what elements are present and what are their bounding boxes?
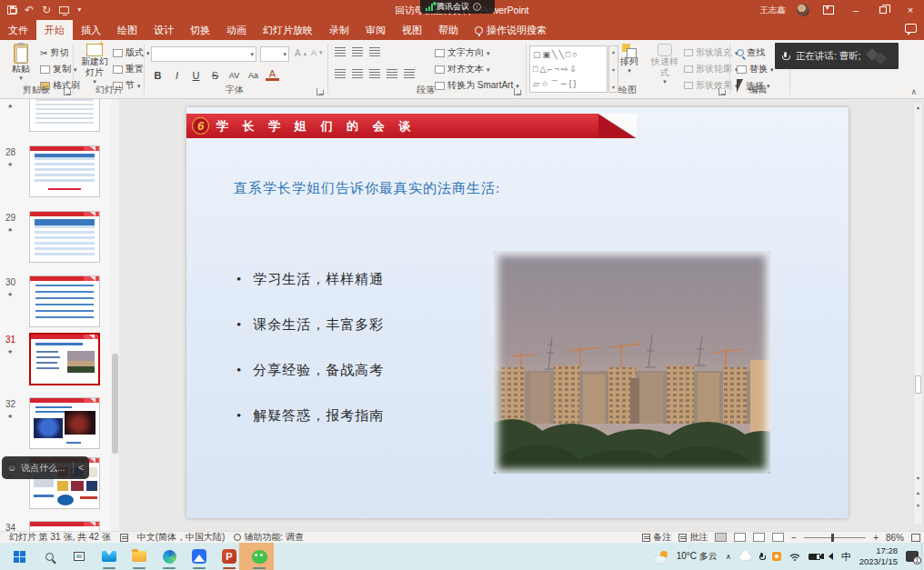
tencent-meeting-widget[interactable]: 腾讯会议 i bbox=[420, 0, 495, 14]
accessibility-status[interactable]: 辅助功能: 调查 bbox=[234, 531, 304, 544]
zoom-slider-thumb[interactable] bbox=[831, 534, 834, 542]
drawing-dialog-launcher[interactable] bbox=[718, 88, 726, 95]
slideshow-view-button[interactable] bbox=[772, 533, 784, 542]
reset-button[interactable]: 重置 bbox=[113, 63, 144, 75]
ribbon-display-options-button[interactable] bbox=[820, 3, 837, 17]
align-right-button[interactable] bbox=[369, 69, 380, 78]
align-center-button[interactable] bbox=[352, 69, 363, 78]
replace-button[interactable]: 替换▾ bbox=[737, 63, 774, 75]
spell-check-icon[interactable] bbox=[120, 534, 128, 542]
new-slide-button[interactable]: 新建幻灯片 ▾ bbox=[78, 44, 111, 85]
tab-help[interactable]: 帮助 bbox=[430, 20, 467, 40]
align-text-button[interactable]: 对齐文本▾ bbox=[435, 63, 490, 75]
close-button[interactable]: × bbox=[902, 3, 919, 17]
slide-area-scrollbar[interactable]: ▴ ▾ ▲ ▼ bbox=[913, 102, 923, 525]
slide-sorter-view-button[interactable] bbox=[734, 533, 746, 542]
cut-button[interactable]: ✂剪切 bbox=[40, 46, 68, 59]
tab-review[interactable]: 审阅 bbox=[357, 20, 394, 40]
grow-font-button[interactable]: A▴ bbox=[295, 48, 306, 58]
bold-button[interactable]: B bbox=[151, 70, 165, 81]
find-button[interactable]: 查找 bbox=[737, 46, 765, 59]
tab-home[interactable]: 开始 bbox=[36, 20, 73, 40]
emoji-icon[interactable]: ☺ bbox=[7, 463, 16, 473]
zoom-slider[interactable] bbox=[804, 537, 866, 538]
taskbar-meeting-app[interactable] bbox=[188, 545, 210, 567]
onedrive-cloud-icon[interactable] bbox=[739, 554, 751, 560]
thumbnail-slide-31-selected[interactable] bbox=[29, 333, 100, 385]
taskbar-powerpoint[interactable]: P bbox=[218, 545, 240, 567]
scrollbar-thumb[interactable] bbox=[915, 375, 921, 394]
start-button[interactable] bbox=[8, 545, 30, 567]
taskbar-edge[interactable] bbox=[158, 545, 180, 567]
chat-collapse-icon[interactable]: < bbox=[78, 463, 84, 473]
taskbar-wechat[interactable] bbox=[248, 545, 270, 567]
minimize-button[interactable]: – bbox=[848, 3, 864, 17]
font-name-combobox[interactable]: ▾ bbox=[151, 46, 256, 62]
wifi-icon[interactable] bbox=[789, 553, 800, 561]
account-name[interactable]: 王志鑫 bbox=[760, 5, 787, 16]
strikethrough-button[interactable]: S bbox=[208, 70, 222, 81]
thumbnail-slide-32[interactable] bbox=[29, 397, 100, 449]
reading-view-button[interactable] bbox=[753, 533, 765, 542]
zoom-level[interactable]: 86% bbox=[886, 533, 904, 543]
tab-insert[interactable]: 插入 bbox=[73, 20, 109, 40]
language-indicator[interactable]: 中文(简体，中国大陆) bbox=[137, 531, 226, 544]
character-spacing-button[interactable]: AV bbox=[227, 71, 241, 80]
tab-transitions[interactable]: 切换 bbox=[182, 20, 218, 40]
normal-view-button[interactable] bbox=[715, 533, 727, 542]
font-size-combobox[interactable]: ▾ bbox=[260, 46, 289, 62]
decrease-indent-button[interactable] bbox=[335, 47, 346, 56]
italic-button[interactable]: I bbox=[170, 70, 184, 81]
tab-file[interactable]: 文件 bbox=[0, 20, 36, 40]
scroll-down-icon[interactable]: ▾ bbox=[914, 474, 922, 484]
taskbar-mail[interactable] bbox=[98, 545, 120, 567]
tray-microphone-icon[interactable] bbox=[759, 553, 764, 560]
paste-button[interactable]: 粘贴 ▾ bbox=[5, 44, 36, 81]
battery-icon[interactable] bbox=[808, 554, 820, 560]
task-view-button[interactable] bbox=[68, 545, 90, 567]
clock[interactable]: 17:28 2023/1/15 bbox=[859, 545, 898, 567]
arrange-button[interactable]: 排列 ▾ bbox=[613, 44, 646, 74]
tab-record[interactable]: 录制 bbox=[321, 20, 357, 40]
fit-slide-to-window-button[interactable] bbox=[911, 534, 920, 542]
chat-placeholder[interactable]: 说点什么... bbox=[21, 462, 65, 475]
slide-subtitle[interactable]: 直系学长学姐们告诉你最真实的法商生活: bbox=[234, 180, 500, 197]
scroll-up-icon[interactable]: ▴ bbox=[914, 103, 922, 113]
underline-button[interactable]: U bbox=[189, 70, 203, 81]
weather-icon[interactable] bbox=[654, 551, 668, 563]
speaker-icon[interactable] bbox=[829, 553, 833, 560]
restore-button[interactable] bbox=[875, 3, 891, 17]
meeting-chat-overlay[interactable]: ☺ 说点什么... < bbox=[2, 456, 89, 479]
thumbnail-slide-29[interactable] bbox=[29, 211, 100, 263]
zoom-out-button[interactable]: − bbox=[791, 533, 797, 543]
copy-button[interactable]: 复制▾ bbox=[40, 63, 77, 75]
thumbnail-slide-28[interactable] bbox=[29, 145, 100, 197]
tell-me-search[interactable]: 操作说明搜索 bbox=[467, 20, 555, 40]
text-direction-button[interactable]: 文字方向▾ bbox=[435, 46, 490, 59]
thumbnail-slide-30[interactable] bbox=[29, 275, 100, 327]
tab-view[interactable]: 视图 bbox=[394, 20, 430, 40]
taskbar-search-button[interactable] bbox=[38, 545, 60, 567]
thumbnail-slide-27[interactable] bbox=[29, 99, 100, 132]
thumbnail-panel-scrollbar[interactable] bbox=[111, 99, 119, 531]
tab-design[interactable]: 设计 bbox=[146, 20, 182, 40]
slide-title-banner[interactable]: 6 学 长 学 姐 们 的 会 谈 bbox=[186, 114, 598, 138]
columns-button[interactable] bbox=[404, 69, 415, 78]
justify-button[interactable] bbox=[387, 69, 397, 78]
taskbar-file-explorer[interactable] bbox=[128, 545, 150, 567]
shapes-gallery[interactable]: ▢▣╲╲□○ □△⌐¬⇨⇩ ▱☆⌒∼{} bbox=[529, 45, 608, 93]
tray-expand-icon[interactable]: ∧ bbox=[726, 553, 731, 561]
avatar[interactable] bbox=[797, 4, 809, 16]
tab-slideshow[interactable]: 幻灯片放映 bbox=[255, 20, 321, 40]
tray-app-badge-icon[interactable] bbox=[772, 552, 781, 561]
clipboard-dialog-launcher[interactable] bbox=[64, 88, 71, 95]
previous-slide-icon[interactable]: ▲ bbox=[914, 488, 922, 498]
weather-text[interactable]: 10°C 多云 bbox=[677, 550, 718, 563]
font-color-button[interactable]: A bbox=[266, 69, 279, 81]
zoom-in-button[interactable]: + bbox=[873, 533, 879, 543]
line-spacing-button[interactable] bbox=[369, 47, 380, 56]
next-slide-icon[interactable]: ▼ bbox=[914, 501, 922, 511]
quick-styles-button[interactable]: 快速样式 ▾ bbox=[648, 44, 682, 85]
font-dialog-launcher[interactable] bbox=[316, 88, 324, 95]
ime-indicator[interactable]: 中 bbox=[841, 550, 851, 564]
